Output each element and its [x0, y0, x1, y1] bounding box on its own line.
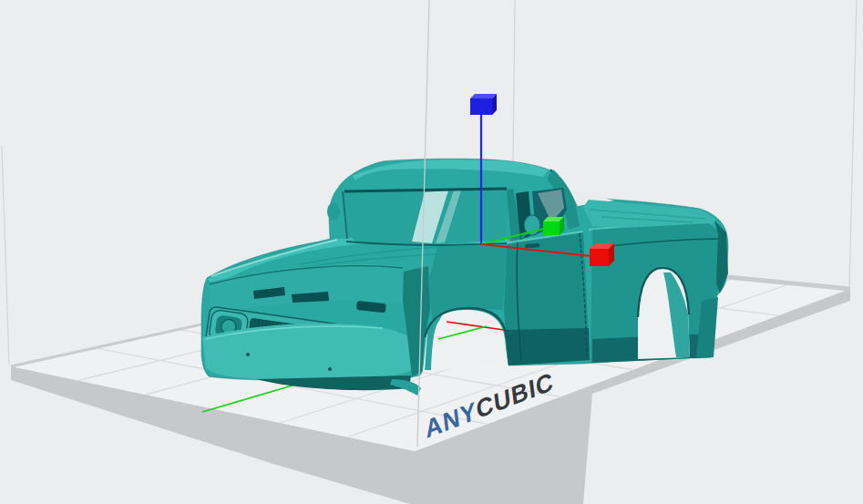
gizmo-handle-z[interactable] [470, 94, 497, 115]
3d-viewport[interactable]: ANYCUBIC CHEVROLET [0, 0, 863, 504]
rocker-shadow [505, 328, 590, 365]
scene-canvas[interactable]: ANYCUBIC CHEVROLET [0, 0, 863, 504]
far-side-mirror [327, 202, 340, 221]
bumper-bolt-right [328, 367, 332, 371]
gizmo-handle-y[interactable] [543, 217, 564, 235]
gizmo-handle-x[interactable] [590, 243, 614, 266]
bumper-bolt-left [246, 353, 250, 356]
front-bumper [202, 324, 417, 379]
